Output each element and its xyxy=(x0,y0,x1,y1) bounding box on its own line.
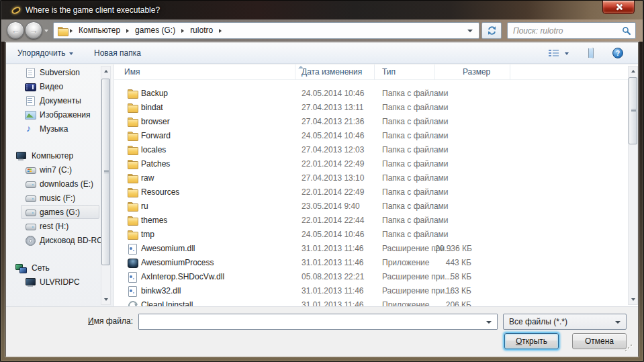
file-name-cell: Awesomium.dll xyxy=(114,243,295,254)
filename-input[interactable] xyxy=(140,315,481,328)
sidebar-scrollbar[interactable] xyxy=(101,66,111,305)
filetype-select[interactable]: Все файлы (*.*) xyxy=(503,314,627,330)
file-date: 27.04.2013 21:36 xyxy=(295,117,375,126)
history-dropdown-icon[interactable] xyxy=(44,30,48,32)
scrollbar-thumb[interactable] xyxy=(629,77,637,144)
scrollbar-thumb[interactable] xyxy=(101,79,110,265)
file-icon xyxy=(127,144,138,155)
file-row[interactable]: raw 27.04.2013 13:10 Папка с файлами xyxy=(114,171,628,185)
breadcrumb-item[interactable]: rulotro xyxy=(185,24,218,38)
file-name-cell: CleanUninstall xyxy=(114,300,295,307)
chevron-down-icon xyxy=(69,52,73,55)
file-row[interactable]: AxInterop.SHDocVw.dll 05.08.2013 22:21 Р… xyxy=(114,269,628,283)
refresh-button[interactable] xyxy=(481,22,502,39)
file-date: 31.01.2013 11:46 xyxy=(295,286,375,296)
breadcrumb-separator-icon[interactable] xyxy=(181,29,184,33)
file-date: 27.04.2013 13:10 xyxy=(295,173,375,183)
drive-icon xyxy=(25,221,36,232)
forward-button[interactable]: → xyxy=(25,21,42,39)
address-dropdown-icon[interactable] xyxy=(467,30,473,32)
sidebar-item-label: Видео xyxy=(40,82,63,91)
file-list-scrollbar[interactable] xyxy=(628,66,638,305)
triangle-down-icon xyxy=(104,298,108,301)
file-row[interactable]: AwesomiumProcess 31.01.2013 11:46 Прилож… xyxy=(114,255,628,269)
close-button[interactable] xyxy=(602,1,635,14)
file-row[interactable]: themes 22.01.2014 22:44 Папка с файлами xyxy=(114,213,628,227)
file-icon xyxy=(127,243,138,254)
sidebar-item[interactable]: games (G:) xyxy=(21,205,99,219)
search-input[interactable] xyxy=(508,23,620,38)
open-button[interactable]: Открыть xyxy=(504,333,559,349)
resize-grip[interactable] xyxy=(625,345,633,353)
computer-icon xyxy=(15,150,26,161)
file-row[interactable]: CleanUninstall 31.01.2013 11:46 Приложен… xyxy=(114,298,628,306)
file-date: 31.01.2013 11:46 xyxy=(295,244,375,253)
sidebar-item[interactable]: win7 (C:) xyxy=(21,163,99,177)
breadcrumb-item[interactable]: games (G:) xyxy=(130,24,181,38)
sidebar-item[interactable]: rest (H:) xyxy=(21,219,99,233)
file-icon xyxy=(127,300,138,307)
change-view-button[interactable] xyxy=(549,42,569,64)
file-name-cell: ru xyxy=(114,201,295,212)
file-row[interactable]: locales 27.04.2013 12:03 Папка с файлами xyxy=(114,142,628,156)
titlebar: Where is the game client executable? xyxy=(1,1,643,19)
close-icon xyxy=(616,3,623,11)
sidebar-group-computer[interactable]: Компьютер xyxy=(6,148,113,163)
sidebar-item-icon xyxy=(25,95,36,106)
sidebar-group-network[interactable]: Сеть xyxy=(6,261,113,275)
search-icon[interactable] xyxy=(622,26,631,38)
file-row[interactable]: Patches 22.01.2014 22:49 Папка с файлами xyxy=(114,156,628,171)
cancel-button[interactable]: Отмена xyxy=(572,333,627,349)
file-row[interactable]: Forward 24.05.2014 10:46 Папка с файлами xyxy=(114,128,628,142)
file-date: 27.04.2013 12:03 xyxy=(295,145,375,154)
breadcrumb-separator-icon[interactable] xyxy=(70,29,73,33)
file-name: bindat xyxy=(141,103,163,112)
file-type: Папка с файлами xyxy=(375,103,435,112)
scroll-down-button[interactable] xyxy=(629,295,637,304)
file-type: Папка с файлами xyxy=(375,201,435,211)
breadcrumb-separator-icon[interactable] xyxy=(126,29,129,33)
filename-dropdown-icon[interactable] xyxy=(486,321,492,324)
address-bar[interactable]: Компьютер games (G:) rulotro xyxy=(53,22,479,39)
file-row[interactable]: bindat 27.04.2013 13:11 Папка с файлами xyxy=(114,100,628,114)
file-size: 20 936 КБ xyxy=(435,244,510,253)
column-header-size[interactable]: Размер xyxy=(435,64,510,80)
help-button[interactable]: ? xyxy=(612,48,623,58)
sidebar-item[interactable]: Видео xyxy=(21,79,99,93)
network-list: ULVRIDPC xyxy=(6,275,113,289)
column-header-date[interactable]: Дата изменения xyxy=(295,64,375,80)
organize-button[interactable]: Упорядочить xyxy=(17,42,73,64)
file-name: Backup xyxy=(141,89,168,98)
sidebar-item[interactable]: downloads (E:) xyxy=(21,177,99,191)
file-row[interactable]: browser 27.04.2013 21:36 Папка с файлами xyxy=(114,114,628,128)
file-row[interactable]: Awesomium.dll 31.01.2013 11:46 Расширени… xyxy=(114,241,628,255)
breadcrumb-item[interactable]: Компьютер xyxy=(73,24,126,38)
file-row[interactable]: ru 23.05.2014 9:40 Папка с файлами xyxy=(114,199,628,213)
triangle-up-icon xyxy=(631,70,635,73)
sidebar-item[interactable]: Subversion xyxy=(21,65,99,79)
new-folder-button[interactable]: Новая папка xyxy=(94,42,141,64)
column-header-type[interactable]: Тип xyxy=(375,64,435,80)
file-name: binkw32.dll xyxy=(141,286,181,296)
file-row[interactable]: Backup 24.05.2014 10:46 Папка с файлами xyxy=(114,86,628,100)
file-row[interactable]: tmp 24.05.2014 10:46 Папка с файлами xyxy=(114,227,628,241)
sidebar-item[interactable]: Музыка xyxy=(21,122,99,136)
column-header-name[interactable]: Имя xyxy=(114,64,295,80)
sidebar-item[interactable]: Дисковод BD-ROM xyxy=(21,233,99,247)
network-icon xyxy=(15,263,26,273)
file-row[interactable]: Resources 22.01.2014 22:49 Папка с файла… xyxy=(114,185,628,199)
file-row[interactable]: binkw32.dll 31.01.2013 11:46 Расширение … xyxy=(114,283,628,298)
breadcrumb-separator-icon[interactable] xyxy=(219,29,222,33)
file-open-dialog: Where is the game client executable? ← →… xyxy=(0,0,644,362)
sidebar-item[interactable]: Документы xyxy=(21,93,99,107)
sidebar-item[interactable]: music (F:) xyxy=(21,191,99,205)
back-button[interactable]: ← xyxy=(7,21,24,39)
scroll-down-button[interactable] xyxy=(101,295,110,304)
file-size: 58 КБ xyxy=(435,272,510,281)
scroll-up-button[interactable] xyxy=(101,66,110,76)
preview-pane-button[interactable] xyxy=(592,48,594,58)
sidebar-item-label: Дисковод BD-ROM xyxy=(40,236,110,245)
scroll-up-button[interactable] xyxy=(629,66,637,76)
sidebar-item[interactable]: Изображения xyxy=(21,107,99,122)
sidebar-item[interactable]: ULVRIDPC xyxy=(21,275,99,289)
